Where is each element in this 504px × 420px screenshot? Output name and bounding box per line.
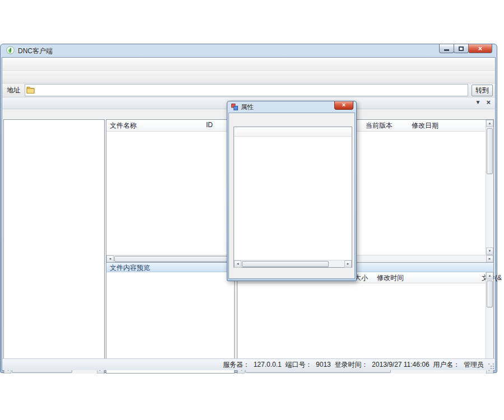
column-header-version[interactable]: 当前版本 (366, 121, 393, 130)
maximize-icon (459, 46, 464, 51)
column-header-date[interactable]: 修改日期 (412, 121, 438, 130)
column-header-time[interactable]: 修改时间 (377, 273, 404, 283)
tabstrip-controls: ▼ × (475, 99, 491, 106)
file-preview-panel: 文件内容预览 (106, 262, 235, 374)
preview-title: 文件内容预览 (110, 264, 150, 272)
scroll-up-icon[interactable]: ▲ (486, 272, 493, 279)
properties-icon (231, 102, 238, 113)
column-header-id[interactable]: ID (206, 121, 213, 129)
dialog-body: ◄ ► (228, 113, 355, 279)
folder-icon (26, 86, 35, 96)
scroll-up-icon[interactable]: ▲ (486, 120, 493, 127)
version-list-header (234, 127, 352, 137)
address-bar: 地址 转到 (2, 83, 495, 97)
scroll-left-icon[interactable]: ◄ (234, 260, 241, 268)
scrollbar-thumb[interactable] (487, 281, 493, 307)
window-title: DNC客户端 (18, 46, 53, 56)
status-bar: 服务器： 127.0.0.1 端口号： 9013 登录时间： 2013/9/27… (2, 358, 495, 370)
scrollbar-thumb[interactable] (487, 128, 493, 174)
resize-grip[interactable] (487, 362, 494, 369)
version-list-horizontal-scrollbar[interactable]: ◄ ► (234, 260, 352, 267)
dialog-title-bar[interactable]: 属性 × (228, 101, 355, 113)
dialog-close-button[interactable]: × (334, 101, 353, 110)
maximize-button[interactable] (454, 44, 469, 53)
attachments-vertical-scrollbar[interactable]: ▲ ▼ (486, 272, 493, 366)
title-bar[interactable]: DNC客户端 × (2, 44, 496, 57)
panel-dropdown-icon[interactable]: ▼ (475, 99, 481, 106)
scroll-right-icon[interactable]: ► (344, 260, 352, 268)
dialog-title: 属性 (241, 103, 254, 111)
minimize-icon (444, 49, 449, 51)
close-button[interactable]: × (468, 44, 492, 53)
properties-dialog: 属性 × ◄ ► (227, 101, 357, 281)
status-text: 服务器： 127.0.0.1 端口号： 9013 登录时间： 2013/9/27… (223, 360, 484, 370)
go-button[interactable]: 转到 (472, 85, 493, 96)
panel-close-icon[interactable]: × (486, 99, 491, 106)
server-tree (4, 120, 104, 365)
version-list: ◄ ► (234, 127, 352, 268)
tree-panel: ◄ ► (3, 119, 105, 374)
desktop: DNC客户端 × 地址 转到 ▼ × (0, 0, 504, 420)
minimize-button[interactable] (439, 44, 454, 53)
toolbar (2, 71, 495, 83)
caption-buttons: × (440, 44, 492, 53)
preview-title-band: 文件内容预览 (106, 263, 234, 272)
scrollbar-thumb[interactable] (242, 261, 329, 267)
breadcrumb (25, 84, 468, 96)
column-header-name[interactable]: 文件名称 (110, 121, 137, 130)
app-icon (6, 46, 15, 57)
address-label: 地址 (7, 86, 20, 95)
menu-bar (2, 58, 495, 71)
file-list-vertical-scrollbar[interactable]: ▲ ▼ (486, 120, 493, 255)
scroll-down-icon[interactable]: ▼ (486, 248, 493, 255)
